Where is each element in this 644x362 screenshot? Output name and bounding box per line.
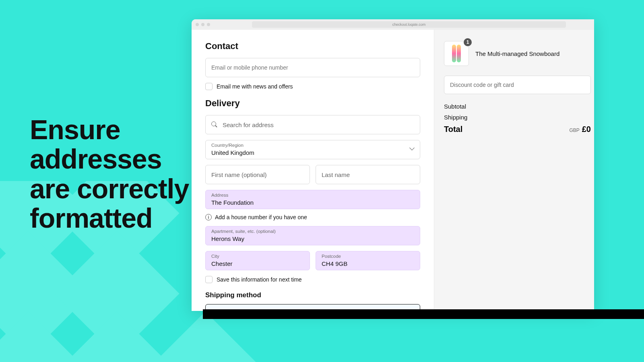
shipping-label: Shipping xyxy=(444,114,467,121)
traffic-light-close-icon xyxy=(196,23,199,26)
shipping-row: Shipping xyxy=(444,114,594,121)
browser-url-bar[interactable]: checkout.loqate.com xyxy=(252,21,566,28)
chevron-down-icon xyxy=(410,148,414,152)
country-value: United Kingdom xyxy=(211,149,254,156)
total-row: Total GBP £0 xyxy=(444,125,594,134)
address-field[interactable]: Address The Foundation xyxy=(205,190,420,209)
house-number-hint: i Add a house number if you have one xyxy=(205,214,420,220)
postcode-value: CH4 9GB xyxy=(322,260,347,267)
email-input[interactable] xyxy=(211,64,414,71)
address-value: The Foundation xyxy=(211,199,254,206)
subtotal-row: Subtotal xyxy=(444,103,594,110)
apartment-label: Apartment, suite, etc. (optional) xyxy=(211,229,276,234)
total-amount: £0 xyxy=(582,125,591,134)
bottom-black-bar xyxy=(203,309,644,319)
product-image-icon xyxy=(452,45,456,62)
total-currency: GBP xyxy=(569,128,579,133)
address-search-placeholder: Search for address xyxy=(223,121,274,128)
first-name-field[interactable]: First name (optional) xyxy=(205,165,310,184)
newsletter-checkbox-row[interactable]: Email me with news and offers xyxy=(205,83,420,90)
address-label: Address xyxy=(211,193,228,197)
address-search-field[interactable]: Search for address xyxy=(205,115,420,134)
postcode-field[interactable]: Postcode CH4 9GB xyxy=(316,251,420,270)
last-name-field[interactable]: Last name xyxy=(316,165,420,184)
cart-qty-badge: 1 xyxy=(464,38,472,46)
country-label: Country/Region xyxy=(211,143,244,148)
search-icon xyxy=(211,121,218,128)
save-info-checkbox-row[interactable]: Save this information for next time xyxy=(205,276,420,283)
city-field[interactable]: City Chester xyxy=(205,251,310,270)
total-label: Total xyxy=(444,125,462,134)
city-label: City xyxy=(211,254,219,259)
apartment-value: Herons Way xyxy=(211,235,244,242)
save-info-checkbox[interactable] xyxy=(205,276,213,283)
apartment-field[interactable]: Apartment, suite, etc. (optional) Herons… xyxy=(205,226,420,245)
info-icon: i xyxy=(205,214,212,220)
cart-item-name: The Multi-managed Snowboard xyxy=(475,50,559,57)
shipping-method-heading: Shipping method xyxy=(205,291,420,299)
delivery-heading: Delivery xyxy=(205,98,420,109)
traffic-light-min-icon xyxy=(201,23,204,26)
contact-heading: Contact xyxy=(205,41,420,51)
subtotal-label: Subtotal xyxy=(444,103,466,110)
order-summary-column: 1 The Multi-managed Snowboard Discount c… xyxy=(434,30,594,311)
save-info-label: Save this information for next time xyxy=(217,276,302,283)
newsletter-checkbox[interactable] xyxy=(205,83,213,90)
cart-item-thumbnail: 1 xyxy=(444,41,469,66)
newsletter-label: Email me with news and offers xyxy=(217,83,293,90)
marketing-headline: Ensureaddressesare correctlyformatted xyxy=(30,115,189,233)
browser-window: checkout.loqate.com Contact Email me wit… xyxy=(192,19,594,311)
product-image-icon xyxy=(457,45,461,62)
country-select[interactable]: Country/Region United Kingdom xyxy=(205,140,420,159)
city-value: Chester xyxy=(211,260,233,267)
email-field[interactable] xyxy=(205,58,420,77)
checkout-main-column: Contact Email me with news and offers De… xyxy=(192,30,434,311)
browser-title-bar: checkout.loqate.com xyxy=(192,19,594,30)
traffic-light-max-icon xyxy=(207,23,210,26)
discount-code-field[interactable]: Discount code or gift card xyxy=(444,76,591,94)
last-name-placeholder: Last name xyxy=(322,171,350,178)
discount-placeholder: Discount code or gift card xyxy=(450,82,514,88)
first-name-placeholder: First name (optional) xyxy=(211,171,267,178)
postcode-label: Postcode xyxy=(322,254,341,259)
cart-item: 1 The Multi-managed Snowboard xyxy=(444,41,594,66)
